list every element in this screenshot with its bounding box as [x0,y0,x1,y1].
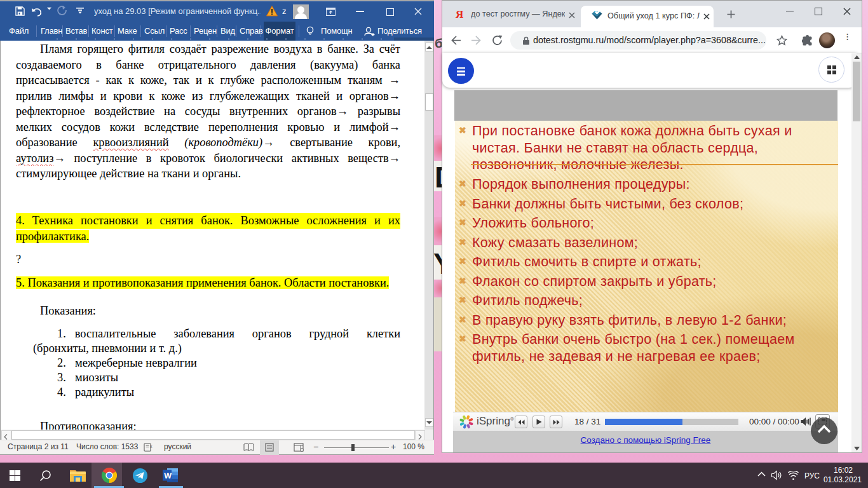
svg-text:W: W [164,471,172,480]
svg-text:x: x [150,444,153,449]
